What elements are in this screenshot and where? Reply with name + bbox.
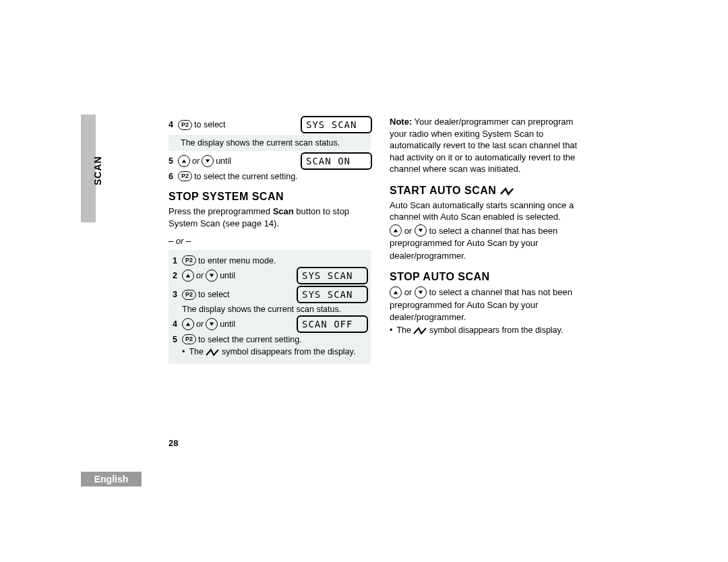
text: symbol disappears from the display.	[429, 325, 563, 335]
up-arrow-icon	[390, 286, 402, 299]
until-text: until	[220, 271, 235, 280]
step-row: 5 P2 to select the current setting.	[173, 334, 367, 344]
step-text: to select	[194, 120, 226, 129]
lcd-display: SCAN ON	[301, 152, 372, 170]
status-row: The display shows the current scan statu…	[173, 305, 367, 314]
p2-icon: P2	[182, 255, 196, 266]
up-arrow-icon	[390, 224, 402, 237]
step-number: 6	[169, 172, 178, 181]
step-row: 3 P2 to select SYS SCAN	[173, 286, 367, 303]
heading-text: START AUTO SCAN	[390, 185, 496, 197]
bullet-note: The symbol disappears from the display.	[182, 347, 367, 357]
stop-line: or to select a channel that has not been…	[390, 286, 572, 321]
or-word: or	[196, 271, 204, 280]
note-label: Note:	[390, 117, 412, 127]
shaded-steps: 1 P2 to enter menu mode. 2 or until SYS …	[169, 250, 371, 364]
text: The	[189, 347, 206, 356]
step-number: 5	[173, 335, 182, 344]
bullet-note: The symbol disappears from the display.	[390, 325, 592, 336]
p2-icon: P2	[178, 120, 192, 130]
step-text: to select the current setting.	[194, 172, 298, 181]
select-line: or to select a channel that has been pre…	[390, 225, 557, 260]
heading-start-auto-scan: START AUTO SCAN	[390, 185, 592, 197]
step-text: to enter menu mode.	[198, 256, 276, 266]
p2-icon: P2	[178, 171, 192, 181]
or-word: or	[404, 287, 413, 297]
up-arrow-icon	[182, 318, 194, 330]
scan-z-icon	[206, 347, 219, 357]
down-arrow-icon	[415, 224, 427, 237]
page-number: 28	[169, 438, 178, 448]
text: symbol disappears from the display.	[222, 347, 355, 356]
step-text: to select the current setting.	[198, 335, 302, 344]
step-row: 1 P2 to enter menu mode.	[173, 255, 367, 266]
body-text: Press the preprogrammed Scan button to s…	[169, 206, 371, 229]
text: The	[396, 325, 413, 335]
step-number: 3	[173, 290, 182, 299]
language-box: English	[81, 472, 142, 487]
lcd-display: SYS SCAN	[297, 286, 368, 303]
down-arrow-icon	[202, 155, 214, 167]
step-number: 4	[173, 319, 182, 329]
step-text: to select	[198, 290, 230, 299]
start-text: Auto Scan automatically starts scanning …	[390, 199, 592, 223]
or-word: or	[404, 226, 413, 236]
note-text: Note: Your dealer/programmer can preprog…	[390, 116, 592, 175]
until-text: until	[220, 319, 235, 329]
status-row: The display shows the current scan statu…	[169, 135, 371, 151]
status-text: The display shows the current scan statu…	[182, 305, 367, 314]
page-content: 4 P2 to select SYS SCAN The display show…	[81, 115, 647, 364]
scan-z-icon	[500, 185, 514, 197]
lcd-display: SYS SCAN	[297, 267, 368, 284]
heading-stop-auto-scan: STOP AUTO SCAN	[390, 271, 592, 283]
scan-bold: Scan	[273, 206, 294, 216]
step-number: 1	[173, 256, 182, 266]
up-arrow-icon	[178, 155, 190, 167]
step-row: 4 P2 to select SYS SCAN	[169, 116, 371, 133]
text: Press the preprogrammed	[169, 206, 273, 216]
left-column: 4 P2 to select SYS SCAN The display show…	[169, 115, 371, 364]
right-column: Note: Your dealer/programmer can preprog…	[390, 115, 592, 364]
down-arrow-icon	[206, 270, 218, 282]
p2-icon: P2	[182, 334, 196, 344]
scan-z-icon	[413, 325, 427, 336]
text: Your dealer/programmer can preprogram yo…	[390, 117, 577, 174]
step-number: 2	[173, 271, 182, 280]
or-word: or	[196, 319, 204, 329]
step-number: 4	[169, 120, 178, 129]
or-separator: – or –	[169, 236, 371, 246]
down-arrow-icon	[206, 318, 218, 330]
lcd-display: SYS SCAN	[301, 116, 372, 133]
down-arrow-icon	[415, 286, 427, 299]
up-arrow-icon	[182, 270, 194, 282]
until-text: until	[216, 156, 231, 166]
lcd-display: SCAN OFF	[297, 315, 368, 333]
step-row: 5 or until SCAN ON	[169, 152, 371, 170]
status-text: The display shows the current scan statu…	[181, 138, 368, 148]
step-row: 6 P2 to select the current setting.	[169, 171, 371, 181]
or-word: or	[192, 156, 200, 166]
step-row: 4 or until SCAN OFF	[173, 315, 367, 333]
step-number: 5	[169, 156, 178, 166]
step-row: 2 or until SYS SCAN	[173, 267, 367, 284]
heading-stop-system-scan: STOP SYSTEM SCAN	[169, 191, 371, 203]
p2-icon: P2	[182, 290, 196, 300]
